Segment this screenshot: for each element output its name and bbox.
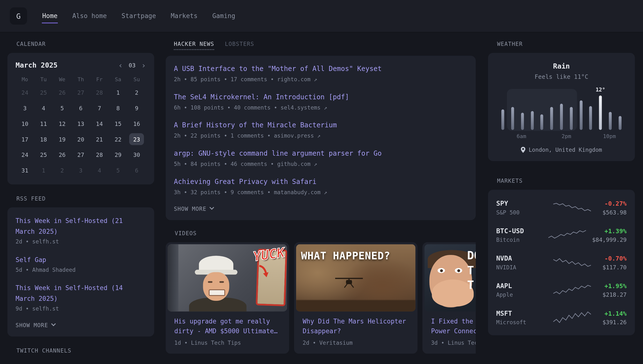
news-tabs: HACKER NEWSLOBSTERS	[174, 40, 475, 50]
news-item-title[interactable]: The SeL4 Microkernel: An Introduction [p…	[174, 92, 467, 102]
calendar-day: 15	[109, 118, 127, 130]
rss-show-more-button[interactable]: SHOW MORE	[16, 322, 146, 328]
news-item-meta: 6h • 108 points • 40 comments • sel4.sys…	[174, 104, 467, 111]
weather-bars: 12°	[498, 90, 625, 130]
market-change-block: +1.39%$84,999.29	[592, 228, 627, 243]
nav-item-startpage[interactable]: Startpage	[121, 9, 156, 23]
news-item-title[interactable]: A USB Interface to the "Mother of All De…	[174, 64, 467, 74]
videos-section-title: VIDEOS	[175, 230, 476, 236]
market-sparkline	[542, 284, 602, 297]
tab-hacker-news[interactable]: HACKER NEWS	[174, 40, 214, 50]
red-arrow-art	[257, 264, 271, 278]
helicopter-art	[334, 274, 364, 288]
weather-bar	[501, 110, 504, 130]
market-change: +1.14%	[602, 310, 627, 317]
news-list: A USB Interface to the "Mother of All De…	[174, 64, 467, 196]
market-symbol[interactable]: BTC-USD	[496, 227, 542, 235]
news-show-more-button[interactable]: SHOW MORE	[174, 206, 467, 212]
weather-bar	[560, 104, 563, 130]
weather-bar	[618, 116, 621, 130]
video-title[interactable]: His upgrade got me reallydirty - AMD $50…	[174, 316, 281, 336]
news-item-title[interactable]: A Brief History of the Miracle Bacterium	[174, 120, 467, 130]
market-symbol[interactable]: NVDA	[496, 254, 542, 262]
market-sparkline	[542, 256, 602, 269]
rss-item-title[interactable]: This Week in Self-Hosted (21 March 2025)	[16, 216, 139, 237]
video-title[interactable]: Why Did The Mars HelicopterDisappear?	[303, 316, 409, 336]
markets-section-title: MARKETS	[497, 177, 635, 184]
market-symbol[interactable]: MSFT	[496, 309, 542, 317]
chevron-down-icon	[51, 322, 56, 326]
nav-item-home[interactable]: Home	[42, 9, 58, 23]
calendar-day: 26	[53, 86, 71, 98]
calendar-day: 16	[128, 118, 146, 130]
rss-item-meta: 2d • selfh.st	[16, 238, 146, 245]
nav-item-also-home[interactable]: Also home	[72, 9, 107, 23]
market-row-aapl[interactable]: AAPLApple+1.95%$218.27	[496, 276, 627, 304]
calendar-day: 13	[72, 118, 90, 130]
thumbnail-art	[296, 300, 415, 312]
thumbnail-overlay-text: WHAT HAPPENED?	[301, 250, 412, 262]
video-card: WHAT HAPPENED?Why Did The Mars Helicopte…	[294, 242, 418, 354]
nav-item-gaming[interactable]: Gaming	[212, 9, 236, 23]
nav-item-markets[interactable]: Markets	[170, 9, 198, 23]
calendar-day: 25	[34, 86, 53, 98]
navbar: G HomeAlso homeStartpageMarketsGaming	[0, 0, 643, 32]
market-row-nvda[interactable]: NVDANVIDIA-0.70%$117.70	[496, 249, 627, 276]
calendar-prev-button[interactable]: ‹	[118, 61, 123, 69]
weather-feels-like: Feels like 11°C	[496, 74, 627, 80]
video-thumbnail[interactable]: DOTT	[424, 244, 476, 312]
weather-bar	[599, 96, 602, 130]
calendar-weekday: Mo	[16, 76, 34, 83]
calendar-day: 2	[53, 164, 71, 176]
right-column: WEATHER Rain Feels like 11°C 12° 6am2pm1…	[488, 40, 635, 359]
video-title[interactable]: I Fixed the 5Power Connect	[431, 316, 476, 336]
market-symbol[interactable]: SPY	[496, 200, 542, 207]
calendar-day: 8	[109, 102, 127, 114]
calendar-day: 29	[109, 149, 127, 161]
market-change: -0.70%	[602, 255, 627, 262]
weather-time-label: 2pm	[561, 133, 571, 139]
weather-location: London, United Kingdom	[496, 146, 627, 153]
calendar-next-button[interactable]: ›	[141, 61, 146, 69]
location-pin-icon	[521, 146, 525, 153]
video-text: I Fixed the 5Power Connect3d • Linus Tec…	[424, 312, 476, 352]
market-row-msft[interactable]: MSFTMicrosoft+1.14%$391.26	[496, 304, 627, 331]
calendar-day: 9	[128, 102, 146, 114]
market-price: $117.70	[602, 264, 627, 270]
video-thumbnail[interactable]: WHAT HAPPENED?	[296, 244, 415, 312]
rss-list: This Week in Self-Hosted (21 March 2025)…	[16, 216, 146, 312]
market-change: +1.39%	[592, 228, 627, 235]
market-row-btc-usd[interactable]: BTC-USDBitcoin+1.39%$84,999.29	[496, 221, 627, 249]
calendar-day: 1	[109, 86, 127, 98]
tab-lobsters[interactable]: LOBSTERS	[225, 40, 254, 50]
calendar-day: 7	[90, 102, 109, 114]
rss-item-title[interactable]: This Week in Self-Hosted (14 March 2025)	[16, 283, 139, 304]
news-item: argp: GNU-style command line argument pa…	[174, 149, 467, 167]
market-change: -0.27%	[602, 200, 627, 207]
calendar-day: 18	[34, 133, 53, 145]
news-item-title[interactable]: Achieving Great Privacy with Safari	[174, 177, 467, 187]
calendar-day: 24	[16, 86, 34, 98]
left-column: CALENDAR March 2025 ‹ 03 › MoTuWeThFrSaS…	[7, 40, 154, 359]
calendar-day: 5	[109, 164, 127, 176]
video-thumbnail[interactable]: YUCK	[168, 244, 287, 312]
calendar-day: 6	[72, 102, 90, 114]
market-symbol-block: NVDANVIDIA	[496, 254, 542, 270]
market-sparkline	[542, 228, 592, 242]
news-show-more-label: SHOW MORE	[174, 206, 206, 212]
weather-time-labels: 6am2pm10pm	[496, 133, 627, 140]
rss-item-title[interactable]: Self Gap	[16, 254, 139, 265]
market-row-spy[interactable]: SPYS&P 500-0.27%$563.98	[496, 194, 627, 222]
calendar-day: 5	[53, 102, 71, 114]
calendar-day: 6	[128, 164, 146, 176]
rss-item: This Week in Self-Hosted (21 March 2025)…	[16, 216, 146, 245]
news-item-meta: 2h • 85 points • 17 comments • righto.co…	[174, 76, 467, 82]
market-price: $391.26	[602, 318, 627, 325]
news-item: A Brief History of the Miracle Bacterium…	[174, 120, 467, 139]
market-symbol[interactable]: AAPL	[496, 282, 542, 290]
weather-bar	[579, 100, 582, 130]
calendar-day: 10	[16, 118, 34, 130]
app-logo[interactable]: G	[10, 7, 27, 25]
news-item-title[interactable]: argp: GNU-style command line argument pa…	[174, 149, 467, 158]
rss-section-title: RSS FEED	[16, 195, 154, 202]
